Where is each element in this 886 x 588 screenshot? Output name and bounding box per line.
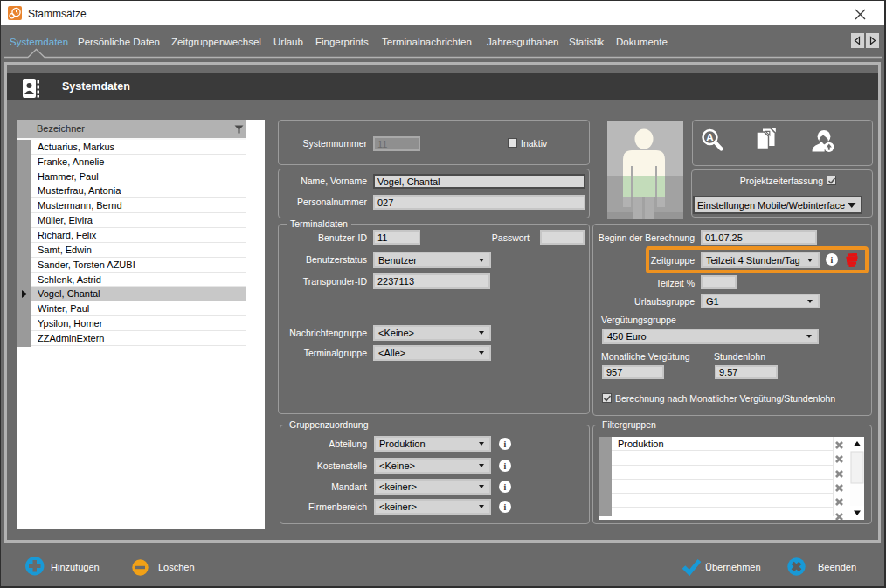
svg-text:A: A xyxy=(706,132,713,142)
